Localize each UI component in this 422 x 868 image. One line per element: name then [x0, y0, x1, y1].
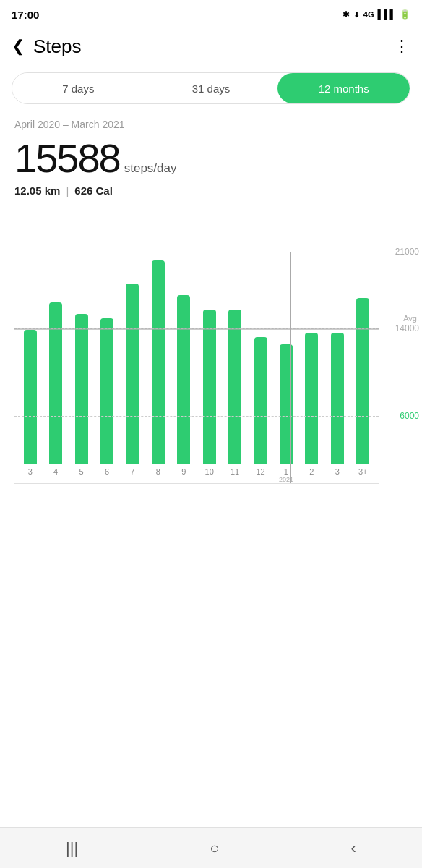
- status-time: 17:00: [12, 9, 39, 21]
- bar-month-label: 4: [53, 467, 58, 476]
- bar-group: 11: [222, 252, 247, 483]
- bar-month-label: 9: [181, 467, 186, 476]
- chart-container: 345678910111212021233+ 21000Avg.14000600…: [0, 252, 422, 541]
- more-button[interactable]: ⋮: [394, 37, 410, 56]
- bar-month-label: 2: [309, 467, 314, 476]
- bar[interactable]: [228, 310, 241, 464]
- home-button[interactable]: ○: [210, 839, 219, 858]
- status-bar: 17:00 ✱ ⬇ 4G ▌▌▌ 🔋: [0, 0, 422, 26]
- bar-group: 3: [17, 252, 43, 483]
- bar[interactable]: [49, 302, 62, 464]
- status-icons: ✱ ⬇ 4G ▌▌▌ 🔋: [343, 9, 410, 20]
- bar-group: 10: [197, 252, 222, 483]
- tab-7days[interactable]: 7 days: [12, 73, 145, 103]
- steps-number: 15588: [14, 135, 120, 182]
- bar-month-label: 8: [156, 467, 160, 476]
- bar[interactable]: [75, 314, 88, 464]
- bar[interactable]: [356, 298, 369, 464]
- header-left: ❮ Steps: [12, 35, 82, 58]
- steps-details: 12.05 km | 626 Cal: [14, 184, 408, 197]
- bar-month-label: 6: [105, 467, 109, 476]
- steps-count: 15588 steps/day: [14, 135, 408, 182]
- download-icon: ⬇: [353, 10, 360, 20]
- bar-group: 12: [248, 252, 273, 483]
- bluetooth-icon: ✱: [343, 9, 350, 20]
- bar[interactable]: [126, 284, 139, 464]
- separator: |: [66, 184, 69, 197]
- bar-group: 8: [145, 252, 171, 483]
- battery-icon: 🔋: [400, 9, 410, 20]
- bar-month-label: 3: [335, 467, 340, 476]
- chart-inner: 345678910111212021233+ 21000Avg.14000600…: [14, 252, 422, 505]
- recent-apps-button[interactable]: |||: [66, 839, 78, 858]
- bar[interactable]: [152, 260, 165, 464]
- bars-area: 345678910111212021233+: [14, 252, 379, 483]
- bar-month-label: 11: [231, 467, 239, 476]
- tab-31days[interactable]: 31 days: [145, 73, 278, 103]
- bar-group: 2: [299, 252, 324, 483]
- header: ❮ Steps ⋮: [0, 26, 422, 67]
- distance-value: 12.05 km: [14, 184, 60, 197]
- bar-group: 6: [94, 252, 119, 483]
- tab-bar: 7 days 31 days 12 months: [12, 72, 410, 104]
- back-nav-button[interactable]: ‹: [351, 839, 356, 858]
- bar-group: 3: [324, 252, 350, 483]
- bar[interactable]: [177, 295, 190, 464]
- signal-icon: ▌▌▌: [377, 9, 396, 20]
- bar-month-label: 5: [79, 467, 83, 476]
- bar-group: 3+: [350, 252, 375, 483]
- network-label: 4G: [363, 10, 374, 19]
- bar-month-label: 12: [256, 467, 264, 476]
- period-label: April 2020 – March 2021: [0, 116, 422, 132]
- bar[interactable]: [254, 337, 267, 464]
- bar-month-label: 7: [130, 467, 134, 476]
- bar-group: 7: [120, 252, 145, 483]
- calories-value: 626 Cal: [74, 184, 113, 197]
- bar[interactable]: [305, 333, 318, 464]
- bar-group: 5: [69, 252, 94, 483]
- back-button[interactable]: ❮: [12, 37, 25, 56]
- bar[interactable]: [203, 310, 216, 464]
- bar-group: 12021: [273, 252, 298, 483]
- bar-month-label: 10: [205, 467, 214, 476]
- stats-area: 15588 steps/day 12.05 km | 626 Cal: [0, 132, 422, 208]
- tab-12months[interactable]: 12 months: [277, 73, 410, 103]
- bar[interactable]: [100, 318, 113, 464]
- bottom-nav: ||| ○ ‹: [0, 827, 422, 868]
- bar-month-label: 1: [284, 467, 288, 476]
- bar-group: 4: [43, 252, 68, 483]
- bar[interactable]: [331, 333, 344, 464]
- bar-month-label: 3+: [358, 467, 368, 476]
- bar[interactable]: [24, 330, 37, 464]
- bar-group: 9: [171, 252, 197, 483]
- steps-unit: steps/day: [124, 161, 177, 176]
- bar-month-label: 3: [28, 467, 33, 476]
- page-title: Steps: [33, 35, 82, 58]
